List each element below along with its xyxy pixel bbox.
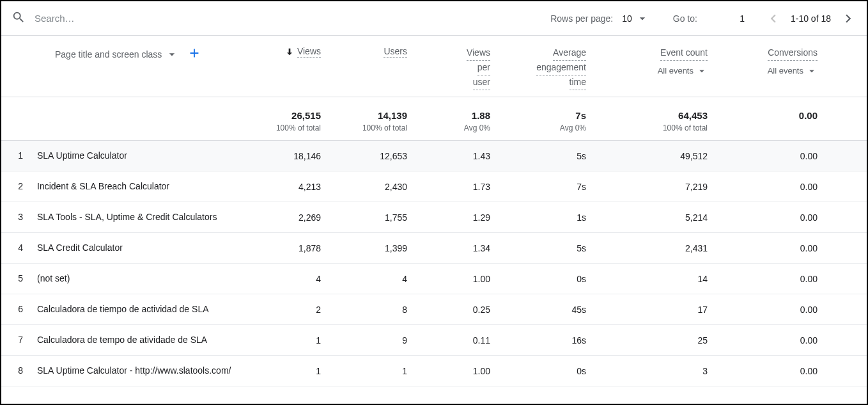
metric-conv: 0.00 <box>719 366 829 376</box>
metric-aet: 1s <box>502 212 598 223</box>
col-header-views[interactable]: Views <box>257 46 332 59</box>
table-row[interactable]: 5(not set)441.000s140.00 <box>1 264 867 294</box>
add-dimension-button[interactable] <box>187 46 201 62</box>
page-title: SLA Uptime Calculator - http://www.slato… <box>37 360 245 382</box>
col-label: Event count <box>660 46 708 61</box>
row-index: 6 <box>1 304 37 314</box>
totals-row: 26,515 100% of total 14,139 100% of tota… <box>1 97 867 141</box>
table-row[interactable]: 6Calculadora de tiempo de actividad de S… <box>1 294 867 325</box>
metric-users: 9 <box>332 335 419 345</box>
row-index: 7 <box>1 335 37 345</box>
col-label: Users <box>384 46 407 58</box>
total-event-count: 64,453 100% of total <box>598 110 719 132</box>
conversions-filter[interactable]: All events <box>768 65 818 77</box>
total-views: 26,515 100% of total <box>257 110 332 132</box>
event-count-filter[interactable]: All events <box>658 65 708 77</box>
metric-views: 18,146 <box>257 151 332 161</box>
table-row[interactable]: 2Incident & SLA Breach Calculator4,2132,… <box>1 171 867 202</box>
table-row[interactable]: 7Calculadora de tempo de atividade de SL… <box>1 325 867 356</box>
row-index: 4 <box>1 242 37 253</box>
page-title: Calculadora de tiempo de actividad de SL… <box>37 298 245 321</box>
metric-views: 1,878 <box>257 243 332 253</box>
dimension-selector[interactable]: Page title and screen class <box>55 48 178 61</box>
metric-ec: 5,214 <box>598 212 719 223</box>
page-title: SLA Uptime Calculator <box>37 145 245 167</box>
col-label: Views <box>467 46 490 61</box>
dropdown-icon <box>636 12 649 25</box>
rows-per-page-select[interactable]: 10 <box>622 12 649 25</box>
dimension-cell: 6Calculadora de tiempo de actividad de S… <box>1 298 257 321</box>
filter-label: All events <box>768 65 803 77</box>
col-label: Views <box>297 46 321 58</box>
metric-views: 2,269 <box>257 212 332 223</box>
goto-label: Go to: <box>673 13 697 24</box>
col-label: Conversions <box>768 46 818 61</box>
metric-vpu: 1.29 <box>419 212 502 223</box>
metric-aet: 5s <box>502 243 598 253</box>
col-label: user <box>473 75 490 90</box>
metric-ec: 2,431 <box>598 243 719 253</box>
dimension-cell: 5(not set) <box>1 267 257 290</box>
rows-per-page-label: Rows per page: <box>550 13 613 24</box>
col-label: time <box>570 75 586 90</box>
total-conversions: 0.00 <box>719 110 829 123</box>
search-area <box>12 10 550 26</box>
metric-users: 8 <box>332 305 419 315</box>
metric-views: 4,213 <box>257 182 332 192</box>
pager: Rows per page: 10 Go to: 1 1-10 of 18 <box>550 10 856 27</box>
col-header-avg-engagement-time[interactable]: Average engagement time <box>502 46 598 90</box>
metric-aet: 0s <box>502 366 598 376</box>
prev-page-button[interactable] <box>765 10 782 27</box>
metric-conv: 0.00 <box>719 243 829 253</box>
metric-ec: 49,512 <box>598 151 719 161</box>
metric-vpu: 0.11 <box>419 335 502 345</box>
col-header-event-count[interactable]: Event count All events <box>598 46 719 77</box>
row-index: 1 <box>1 150 37 161</box>
row-index: 8 <box>1 365 37 376</box>
search-input[interactable] <box>35 13 226 24</box>
table-row[interactable]: 4SLA Credit Calculator1,8781,3991.345s2,… <box>1 233 867 264</box>
table-row[interactable]: 8SLA Uptime Calculator - http://www.slat… <box>1 356 867 386</box>
col-header-conversions[interactable]: Conversions All events <box>719 46 829 77</box>
dimension-cell: 4SLA Credit Calculator <box>1 237 257 259</box>
next-page-button[interactable] <box>840 10 856 27</box>
table-row[interactable]: 1SLA Uptime Calculator18,14612,6531.435s… <box>1 141 867 171</box>
goto-input[interactable]: 1 <box>719 13 745 24</box>
dimension-header: Page title and screen class <box>1 46 257 62</box>
col-label: per <box>477 61 490 75</box>
dropdown-icon <box>696 65 708 77</box>
metric-users: 2,430 <box>332 182 419 192</box>
dimension-cell: 7Calculadora de tempo de atividade de SL… <box>1 329 257 351</box>
metric-ec: 7,219 <box>598 182 719 192</box>
row-index: 3 <box>1 212 37 222</box>
metric-vpu: 1.34 <box>419 243 502 253</box>
filter-label: All events <box>658 65 694 77</box>
table-row[interactable]: 3SLA Tools - SLA, Uptime & Credit Calcul… <box>1 202 867 233</box>
page-title: Incident & SLA Breach Calculator <box>37 175 245 198</box>
page-title: (not set) <box>37 267 245 290</box>
metric-conv: 0.00 <box>719 274 829 284</box>
metric-vpu: 1.43 <box>419 151 502 161</box>
metric-aet: 0s <box>502 274 598 284</box>
metric-aet: 16s <box>502 335 598 345</box>
dimension-cell: 3SLA Tools - SLA, Uptime & Credit Calcul… <box>1 206 257 228</box>
col-header-views-per-user[interactable]: Views per user <box>419 46 502 90</box>
dimension-cell: 8SLA Uptime Calculator - http://www.slat… <box>1 360 257 382</box>
metric-users: 4 <box>332 274 419 284</box>
dimension-cell: 2Incident & SLA Breach Calculator <box>1 175 257 198</box>
table-header-row: Page title and screen class Views Users … <box>1 36 867 97</box>
metric-ec: 3 <box>598 366 719 376</box>
metric-vpu: 1.00 <box>419 274 502 284</box>
rows-per-page-value: 10 <box>622 13 632 24</box>
page-range: 1-10 of 18 <box>791 13 831 24</box>
page-title: SLA Tools - SLA, Uptime & Credit Calcula… <box>37 206 245 228</box>
table-toolbar: Rows per page: 10 Go to: 1 1-10 of 18 <box>1 1 867 36</box>
metric-users: 12,653 <box>332 151 419 161</box>
dropdown-icon <box>806 65 818 77</box>
metric-vpu: 0.25 <box>419 305 502 315</box>
metric-conv: 0.00 <box>719 182 829 192</box>
metric-views: 1 <box>257 335 332 345</box>
col-header-users[interactable]: Users <box>332 46 419 58</box>
metric-views: 4 <box>257 274 332 284</box>
metric-vpu: 1.00 <box>419 366 502 376</box>
